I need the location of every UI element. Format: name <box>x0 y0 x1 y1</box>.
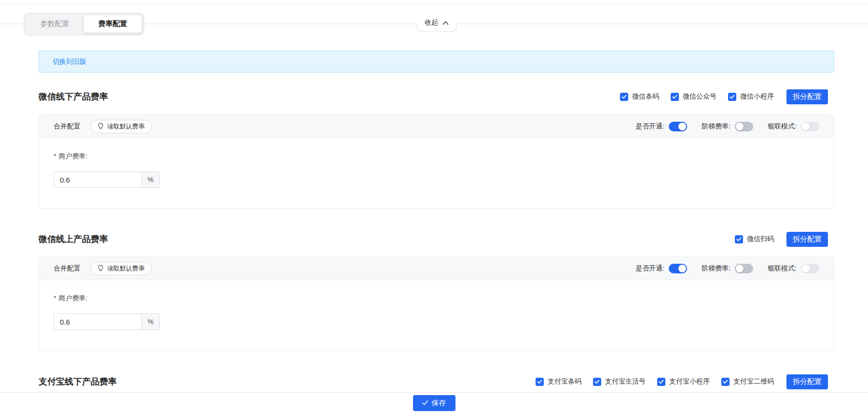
checkbox-box[interactable] <box>721 378 730 386</box>
switch-item-enabled: 是否开通: <box>635 264 687 273</box>
collapse-button[interactable]: 收起 <box>416 14 457 32</box>
read-default-rate-label: 读取默认费率 <box>107 264 145 273</box>
config-tab-group: 参数配置 费率配置 <box>24 13 144 35</box>
merchant-rate-input[interactable] <box>54 314 141 329</box>
switch-label: 银联模式: <box>768 264 797 273</box>
checkbox-alipay-barcode[interactable]: 支付宝条码 <box>536 377 581 386</box>
checkbox-alipay-qrcode[interactable]: 支付宝二维码 <box>721 377 774 386</box>
switch-label: 银联模式: <box>768 122 797 131</box>
required-asterisk: * <box>54 294 56 302</box>
read-default-rate-button[interactable]: 读取默认费率 <box>90 262 152 275</box>
checkbox-box[interactable] <box>657 378 665 386</box>
checkbox-label: 微信条码 <box>632 92 659 101</box>
tab-label: 费率配置 <box>98 19 127 28</box>
section-title: 支付宝线下产品费率 <box>39 376 117 387</box>
main-content: 切换到旧版 微信线下产品费率 微信条码 微信公众号 微信小程序 <box>0 51 868 390</box>
switch-item-enabled: 是否开通: <box>635 122 687 131</box>
checkbox-label: 微信扫码 <box>747 235 774 243</box>
split-config-button[interactable]: 拆分配置 <box>786 232 828 247</box>
section-header-wechat-online: 微信线上产品费率 微信扫码 拆分配置 <box>39 231 834 247</box>
tiered-rate-toggle[interactable] <box>735 122 753 131</box>
save-button[interactable]: 保存 <box>413 395 455 411</box>
section-controls: 微信扫码 拆分配置 <box>735 232 834 247</box>
checkbox-box[interactable] <box>620 93 628 101</box>
checkbox-alipay-life-account[interactable]: 支付宝生活号 <box>593 377 646 386</box>
checkbox-label: 支付宝二维码 <box>733 377 774 386</box>
section-title: 微信线上产品费率 <box>39 233 108 245</box>
checkbox-box[interactable] <box>593 378 601 386</box>
switch-label: 是否开通: <box>635 122 664 131</box>
checkbox-box[interactable] <box>735 235 743 243</box>
chevron-up-icon <box>442 21 449 25</box>
tab-parameter-config[interactable]: 参数配置 <box>26 15 83 33</box>
lightbulb-icon <box>97 265 104 272</box>
footer-bar: 保存 <box>0 392 868 413</box>
section-title: 微信线下产品费率 <box>39 91 108 102</box>
lightbulb-icon <box>97 123 104 130</box>
merge-config-label: 合并配置 <box>54 122 81 131</box>
checkbox-box[interactable] <box>671 93 679 101</box>
switch-item-unionpay-mode: 银联模式: <box>768 264 819 273</box>
merchant-rate-input-group: % <box>54 171 160 188</box>
card-header: 合并配置 读取默认费率 是否开通: 阶梯费率: 银联模式: <box>39 257 834 280</box>
checkbox-box[interactable] <box>536 378 544 386</box>
switch-group: 是否开通: 阶梯费率: 银联模式: <box>635 264 819 273</box>
card-body: *商户费率: % <box>39 280 834 350</box>
unionpay-mode-toggle[interactable] <box>801 122 819 131</box>
split-config-button[interactable]: 拆分配置 <box>786 89 828 104</box>
tab-label: 参数配置 <box>41 19 69 28</box>
tiered-rate-toggle[interactable] <box>735 264 753 273</box>
switch-label: 阶梯费率: <box>702 122 730 131</box>
merchant-rate-input-group: % <box>54 313 160 330</box>
merge-config-label: 合并配置 <box>54 264 81 273</box>
read-default-rate-button[interactable]: 读取默认费率 <box>90 120 152 133</box>
switch-label: 是否开通: <box>635 264 664 273</box>
rate-card-wechat-offline: 合并配置 读取默认费率 是否开通: 阶梯费率: 银联模式: <box>39 114 834 209</box>
switch-item-unionpay-mode: 银联模式: <box>768 122 819 131</box>
card-header: 合并配置 读取默认费率 是否开通: 阶梯费率: 银联模式: <box>39 115 834 138</box>
rate-card-wechat-online: 合并配置 读取默认费率 是否开通: 阶梯费率: 银联模式: <box>39 256 834 351</box>
checkbox-label: 支付宝生活号 <box>605 377 646 386</box>
read-default-rate-label: 读取默认费率 <box>107 122 145 131</box>
checkbox-label: 支付宝小程序 <box>669 377 710 386</box>
topbar: 参数配置 费率配置 收起 <box>0 0 868 35</box>
percent-suffix: % <box>141 314 159 329</box>
enabled-toggle[interactable] <box>669 264 687 273</box>
switch-item-tiered-rate: 阶梯费率: <box>702 264 753 273</box>
checkbox-wechat-official-account[interactable]: 微信公众号 <box>671 92 716 101</box>
tab-rate-config[interactable]: 费率配置 <box>83 15 142 33</box>
switch-old-version-link[interactable]: 切换到旧版 <box>53 57 86 66</box>
section-controls: 支付宝条码 支付宝生活号 支付宝小程序 支付宝二维码 拆分配置 <box>536 374 834 389</box>
section-header-wechat-offline: 微信线下产品费率 微信条码 微信公众号 微信小程序 拆分配置 <box>39 88 834 105</box>
unionpay-mode-toggle[interactable] <box>801 264 819 273</box>
switch-label: 阶梯费率: <box>702 264 730 273</box>
check-icon <box>422 400 428 405</box>
section-controls: 微信条码 微信公众号 微信小程序 拆分配置 <box>620 89 834 104</box>
checkbox-alipay-mini-program[interactable]: 支付宝小程序 <box>657 377 710 386</box>
card-body: *商户费率: % <box>39 138 834 208</box>
version-banner: 切换到旧版 <box>39 51 834 72</box>
checkbox-wechat-barcode[interactable]: 微信条码 <box>620 92 659 101</box>
enabled-toggle[interactable] <box>669 122 687 131</box>
section-header-alipay-offline: 支付宝线下产品费率 支付宝条码 支付宝生活号 支付宝小程序 <box>39 373 834 390</box>
required-asterisk: * <box>54 152 56 160</box>
checkbox-label: 支付宝条码 <box>548 377 581 386</box>
merchant-rate-label: *商户费率: <box>54 151 819 161</box>
checkbox-wechat-mini-program[interactable]: 微信小程序 <box>728 92 774 101</box>
collapse-label: 收起 <box>425 18 438 27</box>
switch-item-tiered-rate: 阶梯费率: <box>702 122 753 131</box>
checkbox-label: 微信小程序 <box>740 92 774 101</box>
switch-group: 是否开通: 阶梯费率: 银联模式: <box>635 122 819 131</box>
checkbox-label: 微信公众号 <box>683 92 716 101</box>
split-config-button[interactable]: 拆分配置 <box>786 374 828 389</box>
checkbox-wechat-scan[interactable]: 微信扫码 <box>735 235 774 243</box>
save-button-label: 保存 <box>432 399 446 408</box>
checkbox-box[interactable] <box>728 93 736 101</box>
merchant-rate-input[interactable] <box>54 172 141 187</box>
percent-suffix: % <box>141 172 159 187</box>
merchant-rate-label: *商户费率: <box>54 293 819 303</box>
